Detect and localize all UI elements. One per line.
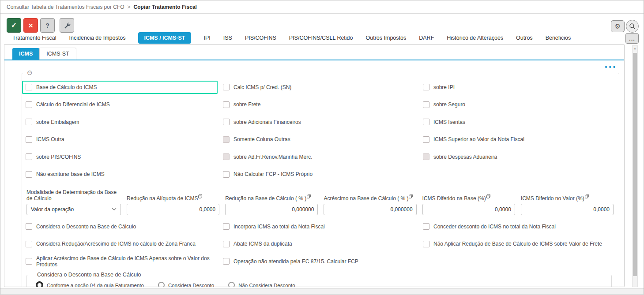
checkbox-item[interactable]: Não escriturar base de ICMS bbox=[26, 166, 223, 183]
checkbox-label: sobre IPI bbox=[433, 84, 455, 90]
checkbox[interactable] bbox=[223, 241, 230, 247]
checkbox[interactable] bbox=[423, 241, 429, 247]
checkbox-item[interactable]: Considera Redução/Acréscimo de ICMS no c… bbox=[26, 235, 223, 253]
copy-icon bbox=[198, 194, 202, 198]
toolbar: ✓ ✕ ? bbox=[7, 18, 74, 33]
checkbox-item[interactable]: Calc ICMS p/ Cred. (SN) bbox=[223, 78, 423, 96]
checkbox[interactable] bbox=[423, 223, 429, 230]
checkbox[interactable] bbox=[26, 153, 32, 160]
check-icon: ✓ bbox=[11, 21, 17, 30]
subtab-icms[interactable]: ICMS bbox=[12, 48, 39, 60]
radio-option-conforme-opcao-04[interactable]: Conforme a opção 04 da guia Faturamento bbox=[36, 281, 144, 287]
checkbox-item[interactable]: Aplicar Acréscimo de Base de Cálculo de … bbox=[26, 253, 223, 270]
checkbox[interactable] bbox=[26, 223, 32, 230]
vertical-scrollbar[interactable]: ▲ bbox=[632, 45, 638, 287]
radio-option-considera-desconto[interactable]: Considera Desconto bbox=[158, 282, 214, 287]
horizontal-scrollbar[interactable] bbox=[0, 288, 644, 295]
checkbox-item[interactable]: Não Aplicar Redução de Base de Cálculo d… bbox=[423, 235, 614, 253]
tab-pis-cofins-csll-retido[interactable]: PIS/COFINS/CSLL Retido bbox=[289, 35, 353, 41]
checkbox[interactable] bbox=[223, 119, 230, 125]
checkbox[interactable] bbox=[223, 223, 230, 230]
checkbox[interactable] bbox=[223, 101, 230, 108]
help-button[interactable]: ? bbox=[40, 18, 55, 33]
checkbox-item[interactable]: sobre Adicionais Financeiros bbox=[223, 113, 423, 131]
checkbox-item[interactable]: sobre Frete bbox=[223, 96, 423, 114]
more-options-button[interactable]: ... bbox=[625, 33, 639, 44]
subtab-icms-st[interactable]: ICMS-ST bbox=[39, 48, 76, 60]
checkbox[interactable] bbox=[223, 171, 230, 178]
tab-iss[interactable]: ISS bbox=[223, 35, 232, 41]
reducao-aliquota-icms-field[interactable] bbox=[127, 204, 219, 215]
radio-option-nao-considera-desconto[interactable]: Não Considera Desconto bbox=[228, 282, 295, 287]
icms-diferido-valor-field[interactable] bbox=[521, 204, 614, 215]
checkbox[interactable] bbox=[423, 84, 429, 90]
radio-button-selected[interactable] bbox=[36, 281, 43, 287]
scroll-up-arrow-icon[interactable]: ▲ bbox=[633, 47, 637, 50]
cancel-button[interactable]: ✕ bbox=[23, 18, 38, 33]
checkbox[interactable] bbox=[423, 119, 429, 125]
checkbox-item[interactable]: Abate ICMS da duplicata bbox=[223, 235, 423, 253]
checkbox[interactable] bbox=[26, 171, 32, 178]
radio-label: Considera Desconto bbox=[168, 283, 214, 287]
reducao-base-calculo-field[interactable] bbox=[225, 204, 318, 215]
scrollbar-thumb[interactable] bbox=[633, 53, 637, 276]
collapse-icon[interactable]: ⊖ bbox=[26, 69, 34, 77]
tab-icms-icms-st[interactable]: ICMS / ICMS-ST bbox=[138, 32, 191, 44]
checkbox[interactable] bbox=[423, 101, 429, 108]
checkbox-item[interactable]: Não Calcular FCP - ICMS Próprio bbox=[223, 166, 423, 183]
modalidade-select[interactable]: Valor da operação bbox=[26, 204, 121, 215]
checkbox-label: ICMS Superior ao Valor da Nota Fiscal bbox=[433, 136, 524, 142]
tab-darf[interactable]: DARF bbox=[419, 35, 434, 41]
checkbox-item[interactable]: ICMS Isentas bbox=[423, 113, 614, 131]
tab-pis-cofins[interactable]: PIS/COFINS bbox=[245, 35, 276, 41]
radio-button[interactable] bbox=[158, 282, 165, 287]
checkbox-item[interactable]: sobre PIS/COFINS bbox=[26, 148, 223, 166]
checkbox[interactable] bbox=[223, 84, 230, 90]
checkbox-item[interactable]: Considera o Desconto na Base de Cálculo bbox=[26, 218, 223, 235]
checkbox-label: Incorpora ICMS ao total da Nota Fiscal bbox=[233, 224, 325, 230]
checkbox-label: sobre Seguro bbox=[433, 101, 465, 108]
tab-tratamento-fiscal[interactable]: Tratamento Fiscal bbox=[12, 35, 56, 41]
checkbox-item[interactable]: Cálculo do Diferencial de ICMS bbox=[26, 96, 223, 114]
panel-more-button[interactable]: ••• bbox=[605, 63, 617, 71]
confirm-button[interactable]: ✓ bbox=[7, 18, 21, 33]
checkbox[interactable] bbox=[26, 101, 32, 108]
tools-button[interactable] bbox=[60, 18, 74, 33]
checkbox[interactable] bbox=[26, 258, 32, 265]
tab-beneficios[interactable]: Beneficios bbox=[546, 35, 571, 41]
checkbox[interactable] bbox=[26, 136, 32, 143]
checkbox-item[interactable]: Incorpora ICMS ao total da Nota Fiscal bbox=[223, 218, 423, 235]
tab-historico-alteracoes[interactable]: Histórico de Alterações bbox=[447, 35, 503, 41]
copy-icon bbox=[409, 194, 413, 198]
search-button[interactable] bbox=[626, 20, 639, 33]
acrescimo-base-calculo-field[interactable] bbox=[324, 204, 416, 215]
checkbox[interactable] bbox=[223, 258, 230, 265]
checkbox-label: ICMS Isentas bbox=[433, 119, 465, 125]
checkbox[interactable] bbox=[26, 119, 32, 125]
checkbox[interactable] bbox=[423, 136, 429, 143]
checkbox-label: Não Calcular FCP - ICMS Próprio bbox=[233, 171, 313, 177]
tab-outros-impostos[interactable]: Outros Impostos bbox=[366, 35, 407, 41]
checkbox-item-disabled: sobre Ad.Fr.Renov.Marinha Merc. bbox=[223, 148, 423, 166]
radio-label: Não Considera Desconto bbox=[238, 283, 295, 287]
tab-incidencia-impostos[interactable]: Incidência de Impostos bbox=[69, 35, 126, 41]
checkbox-item[interactable]: ICMS Superior ao Valor da Nota Fiscal bbox=[423, 131, 614, 149]
checkbox-item[interactable]: sobre IPI bbox=[423, 78, 614, 96]
checkbox-label: ICMS Outra bbox=[36, 136, 64, 142]
checkbox-item[interactable]: ICMS Outra bbox=[26, 131, 223, 149]
checkbox[interactable] bbox=[26, 241, 32, 247]
tab-ipi[interactable]: IPI bbox=[204, 35, 211, 41]
checkbox-item[interactable]: sobre Embalagem bbox=[26, 113, 223, 131]
tab-outros[interactable]: Outros bbox=[516, 35, 533, 41]
checkbox[interactable] bbox=[26, 84, 32, 90]
radio-button[interactable] bbox=[228, 282, 235, 287]
checkbox-item[interactable]: Conceder desconto do ICMS no total da No… bbox=[423, 218, 614, 235]
checkbox-label: Conceder desconto do ICMS no total da No… bbox=[433, 224, 556, 230]
settings-button[interactable]: ⚙ bbox=[611, 20, 625, 32]
checkbox-item[interactable]: Operação não atendida pela EC 87/15. Cal… bbox=[223, 253, 423, 270]
focused-checkbox-wrapper[interactable]: Base de Cálculo do ICMS bbox=[22, 81, 218, 94]
checkbox-item[interactable]: Base de Cálculo do ICMS bbox=[26, 78, 223, 96]
icms-diferido-base-field[interactable] bbox=[422, 204, 515, 215]
checkbox-item[interactable]: sobre Seguro bbox=[423, 96, 614, 114]
breadcrumb-parent-link[interactable]: Consultar Tabela de Tratamentos Fiscais … bbox=[7, 4, 124, 10]
